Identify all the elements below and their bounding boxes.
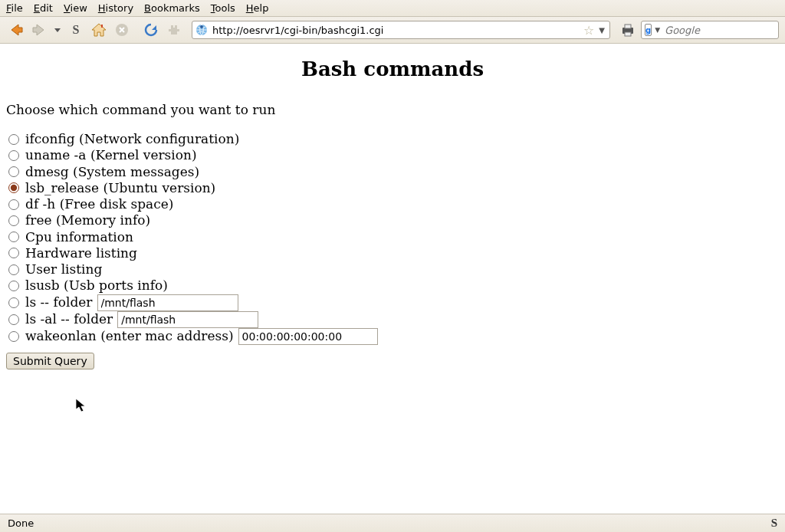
status-right-icon[interactable]: S: [771, 517, 777, 530]
svg-point-3: [200, 25, 203, 28]
nav-history-dropdown[interactable]: [52, 20, 63, 40]
option-input-lsal[interactable]: [117, 311, 258, 328]
google-engine-icon[interactable]: g: [645, 24, 652, 36]
radio-users[interactable]: [8, 264, 19, 275]
option-label: ifconfig (Network configuration): [25, 131, 239, 147]
radio-ifconfig[interactable]: [8, 134, 19, 145]
radio-free[interactable]: [8, 215, 19, 226]
radio-hw[interactable]: [8, 248, 19, 258]
option-row-uname: uname -a (Kernel version): [8, 147, 779, 163]
menubar: File Edit View History Bookmarks Tools H…: [0, 0, 785, 17]
option-label: lsusb (Usb ports info): [25, 277, 168, 294]
back-button[interactable]: [6, 20, 26, 40]
bookmark-star-icon[interactable]: ☆: [583, 23, 594, 38]
option-row-users: User listing: [8, 261, 779, 277]
menu-bookmarks[interactable]: Bookmarks: [144, 2, 200, 14]
option-row-wol: wakeonlan (enter mac address): [8, 328, 779, 345]
page-title: Bash commands: [6, 57, 779, 80]
option-row-ifconfig: ifconfig (Network configuration): [8, 131, 779, 147]
radio-dmesg[interactable]: [8, 166, 19, 177]
search-box[interactable]: g ▼: [641, 21, 779, 39]
reload-button[interactable]: [141, 20, 161, 40]
option-input-wol[interactable]: [238, 328, 378, 345]
option-row-df: df -h (Free disk space): [8, 196, 779, 212]
menu-help[interactable]: Help: [246, 2, 269, 14]
url-input[interactable]: [211, 24, 580, 37]
mouse-cursor-icon: [75, 398, 87, 413]
option-label: free (Memory info): [25, 212, 150, 228]
radio-lsusb[interactable]: [8, 281, 19, 291]
option-label: Cpu information: [25, 229, 133, 245]
option-label: dmesg (System messages): [25, 164, 199, 180]
option-label: df -h (Free disk space): [25, 196, 173, 212]
menu-history[interactable]: History: [98, 2, 133, 14]
option-input-ls[interactable]: [97, 294, 238, 311]
stop-s-icon[interactable]: S: [66, 20, 86, 40]
radio-lsb[interactable]: [8, 182, 19, 193]
forward-button[interactable]: [29, 20, 49, 40]
svg-rect-0: [101, 25, 103, 28]
status-bar: Done S: [0, 514, 785, 532]
option-label: ls -- folder: [25, 294, 93, 310]
option-label: User listing: [25, 261, 102, 277]
home-button[interactable]: [89, 20, 109, 40]
option-label: ls -al -- folder: [25, 311, 113, 327]
options-group: ifconfig (Network configuration)uname -a…: [8, 131, 779, 345]
menu-tools[interactable]: Tools: [211, 2, 235, 14]
submit-button[interactable]: Submit Query: [6, 353, 94, 369]
option-label: Hardware listing: [25, 245, 137, 261]
radio-wol[interactable]: [8, 331, 19, 342]
status-text: Done: [8, 517, 34, 529]
menu-edit[interactable]: Edit: [34, 2, 53, 14]
radio-cpu[interactable]: [8, 232, 19, 242]
search-input[interactable]: [663, 24, 785, 37]
site-favicon: [195, 24, 208, 36]
option-row-free: free (Memory info): [8, 212, 779, 228]
page-prompt: Choose which command you want to run: [6, 102, 779, 117]
radio-df[interactable]: [8, 199, 19, 210]
page-content: Bash commands Choose which command you w…: [0, 44, 785, 514]
url-bar[interactable]: ☆ ▼: [192, 21, 610, 39]
radio-ls[interactable]: [8, 297, 19, 308]
svg-rect-6: [625, 32, 631, 36]
option-row-lsusb: lsusb (Usb ports info): [8, 277, 779, 294]
option-label: lsb_release (Ubuntu version): [25, 180, 215, 196]
toolbar: S ☆ ▼ g ▼: [0, 17, 785, 44]
print-button[interactable]: [618, 20, 638, 40]
radio-lsal[interactable]: [8, 314, 19, 325]
option-row-lsb: lsb_release (Ubuntu version): [8, 180, 779, 196]
option-label: uname -a (Kernel version): [25, 147, 197, 163]
option-row-lsal: ls -al -- folder: [8, 311, 779, 328]
stop-button[interactable]: [112, 20, 132, 40]
url-dropdown-icon[interactable]: ▼: [597, 26, 606, 34]
search-engine-dropdown-icon[interactable]: ▼: [655, 26, 660, 34]
svg-rect-5: [625, 25, 631, 28]
plugin-icon[interactable]: [164, 20, 184, 40]
option-row-dmesg: dmesg (System messages): [8, 164, 779, 180]
radio-uname[interactable]: [8, 150, 19, 161]
menu-file[interactable]: File: [6, 2, 23, 14]
option-label: wakeonlan (enter mac address): [25, 328, 234, 344]
option-row-hw: Hardware listing: [8, 245, 779, 261]
option-row-cpu: Cpu information: [8, 229, 779, 245]
option-row-ls: ls -- folder: [8, 294, 779, 311]
menu-view[interactable]: View: [64, 2, 87, 14]
